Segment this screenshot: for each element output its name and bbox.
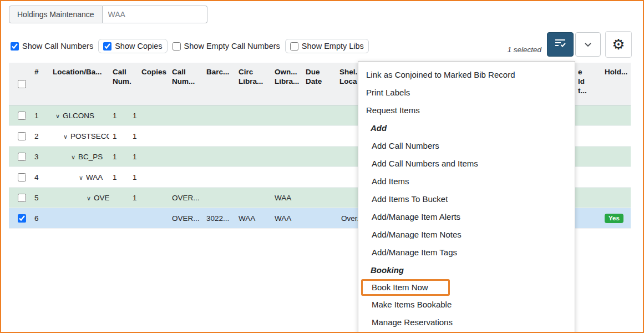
call-number-count: 1 — [109, 153, 131, 161]
menu-item-add-items[interactable]: Add Items — [358, 173, 575, 190]
tree-expand-chevron-icon[interactable]: ∨ — [63, 133, 68, 140]
location-cell[interactable]: ∨WAA — [45, 173, 109, 181]
show-call-numbers-label[interactable]: Show Call Numbers — [22, 42, 93, 51]
grid-actions-menu: Link as Conjoined to Marked Bib Record P… — [358, 61, 575, 333]
tree-expand-chevron-icon[interactable]: ∨ — [55, 113, 60, 120]
menu-item-add-items-to-bucket[interactable]: Add Items To Bucket — [358, 190, 575, 208]
copies-count: 1 — [131, 173, 170, 181]
location-cell[interactable]: ∨POSTSECO — [45, 132, 109, 140]
location-label: POSTSECO — [70, 132, 109, 140]
record-query-input[interactable] — [103, 6, 207, 23]
actions-list-icon — [554, 38, 566, 51]
col-header-holdable[interactable]: Hold... — [596, 63, 631, 105]
record-toolbar: Holdings Maintenance — [9, 6, 207, 23]
row-number: 5 — [31, 194, 45, 202]
col-header-copies[interactable]: Copies — [131, 63, 170, 105]
menu-item-manage-reservations[interactable]: Manage Reservations — [358, 314, 575, 331]
row-number: 1 — [31, 112, 45, 120]
row-checkbox[interactable] — [18, 173, 26, 181]
tree-expand-chevron-icon[interactable]: ∨ — [87, 195, 91, 202]
col-header-circ-library[interactable]: Circ Libra... — [237, 63, 273, 105]
col-header-occluded[interactable]: e ld t... — [577, 63, 596, 105]
show-call-numbers-checkbox[interactable] — [11, 42, 19, 51]
select-all-cell — [9, 63, 31, 105]
selected-count-text: 1 selected — [507, 46, 541, 54]
copies-count: 1 — [131, 153, 170, 161]
tree-expand-chevron-icon[interactable]: ∨ — [71, 154, 75, 161]
col-header-call-number[interactable]: Call Num... — [170, 63, 204, 105]
show-copies-label[interactable]: Show Copies — [115, 42, 162, 51]
location-cell[interactable]: ∨BC_PS — [45, 153, 109, 161]
location-cell[interactable]: ∨OVEI — [45, 194, 109, 202]
row-checkbox[interactable] — [18, 112, 26, 120]
call-number-count: 1 — [109, 173, 131, 181]
owning-library-value: WAA — [273, 194, 305, 202]
owning-library-value: WAA — [273, 214, 305, 223]
row-number: 6 — [31, 214, 45, 223]
call-number-value: OVER... — [170, 214, 204, 223]
show-empty-libs-label[interactable]: Show Empty Libs — [302, 42, 364, 51]
col-header-call-number-count[interactable]: Call Num... — [109, 63, 131, 105]
menu-item-add-manage-item-tags[interactable]: Add/Manage Item Tags — [358, 244, 575, 261]
menu-item-add-call-numbers[interactable]: Add Call Numbers — [358, 137, 575, 155]
location-cell[interactable]: ∨GLCONS — [45, 112, 109, 120]
location-label: GLCONS — [63, 112, 94, 120]
filter-show-empty-libs[interactable]: Show Empty Libs — [285, 39, 369, 53]
row-number: 3 — [31, 153, 45, 161]
call-number-value: OVER... — [170, 194, 204, 202]
col-header-due-date[interactable]: Due Date — [305, 63, 337, 105]
holdable-cell: Yes — [596, 214, 631, 223]
grid-actions-button[interactable] — [547, 32, 574, 57]
menu-item-make-items-bookable[interactable]: Make Items Bookable — [358, 296, 575, 314]
copies-count: 1 — [131, 112, 170, 120]
col-header-barcode[interactable]: Barc... — [204, 63, 237, 105]
grid-controls: 1 selected ⚙ — [507, 32, 632, 58]
show-empty-call-numbers-checkbox[interactable] — [173, 42, 181, 51]
filter-show-empty-call-numbers[interactable]: Show Empty Call Numbers — [168, 39, 285, 53]
chevron-down-icon — [584, 39, 592, 49]
row-number: 4 — [31, 173, 45, 181]
tree-expand-chevron-icon[interactable]: ∨ — [79, 174, 83, 181]
menu-item-add-call-numbers-and-items[interactable]: Add Call Numbers and Items — [358, 155, 575, 173]
menu-section-booking: Booking — [358, 261, 575, 279]
call-number-count: 1 — [109, 112, 131, 120]
filter-show-call-numbers[interactable]: Show Call Numbers — [6, 39, 98, 53]
menu-item-book-item-now[interactable]: Book Item Now — [361, 279, 450, 296]
show-copies-checkbox[interactable] — [103, 42, 111, 51]
call-number-count: 1 — [109, 132, 131, 140]
location-label: OVEI — [94, 194, 109, 202]
holdings-maintenance-page: Holdings Maintenance Show Call Numbers S… — [0, 0, 644, 333]
row-checkbox[interactable] — [18, 194, 26, 202]
row-checkbox[interactable] — [18, 153, 26, 161]
menu-item-print-labels[interactable]: Print Labels — [358, 84, 575, 102]
display-filters: Show Call Numbers Show Copies Show Empty… — [6, 39, 369, 53]
select-all-checkbox[interactable] — [18, 80, 26, 88]
menu-item-link-as-conjoined[interactable]: Link as Conjoined to Marked Bib Record — [358, 66, 575, 84]
copies-count: 1 — [131, 194, 170, 202]
menu-item-request-items[interactable]: Request Items — [358, 102, 575, 119]
filter-show-copies[interactable]: Show Copies — [98, 39, 167, 53]
col-header-row-number[interactable]: # — [31, 63, 45, 105]
circ-library-value: WAA — [237, 214, 273, 223]
grid-settings-button[interactable]: ⚙ — [605, 31, 632, 58]
location-label: BC_PS — [78, 153, 103, 161]
menu-section-add: Add — [358, 119, 575, 137]
row-number: 2 — [31, 132, 45, 140]
col-header-owning-library[interactable]: Own... Libra... — [273, 63, 305, 105]
show-empty-libs-checkbox[interactable] — [290, 42, 298, 51]
row-checkbox[interactable] — [18, 214, 26, 223]
location-label: WAA — [86, 173, 103, 181]
show-empty-call-numbers-label[interactable]: Show Empty Call Numbers — [184, 42, 280, 51]
grid-actions-dropdown-button[interactable] — [575, 32, 601, 57]
menu-item-add-manage-item-alerts[interactable]: Add/Manage Item Alerts — [358, 208, 575, 226]
menu-item-add-manage-item-notes[interactable]: Add/Manage Item Notes — [358, 226, 575, 244]
barcode-value: 3022... — [204, 214, 237, 223]
row-checkbox[interactable] — [18, 132, 26, 140]
holdable-yes-badge: Yes — [605, 214, 623, 223]
holdings-maintenance-button[interactable]: Holdings Maintenance — [9, 6, 103, 23]
copies-count: 1 — [131, 132, 170, 140]
col-header-location-barcode[interactable]: Location/Ba... — [45, 63, 109, 105]
gear-icon: ⚙ — [612, 37, 625, 52]
